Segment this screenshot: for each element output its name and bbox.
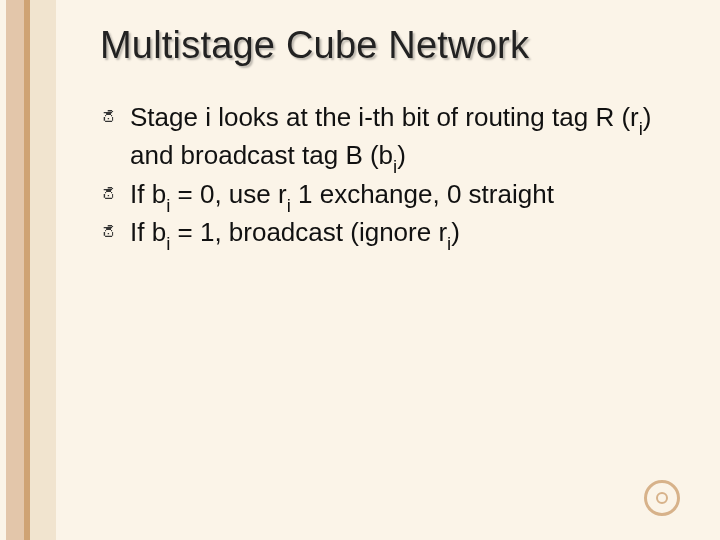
subscript-text: i — [166, 195, 170, 216]
left-decor-stripe — [30, 0, 56, 540]
corner-ring-icon — [644, 480, 680, 516]
corner-ring-inner — [656, 492, 668, 504]
bullet-icon: ಠ — [100, 103, 130, 133]
bullet-item: ಠIf bi = 0, use ri 1 exchange, 0 straigh… — [100, 177, 660, 215]
slide-title: Multistage Cube Network — [100, 24, 529, 67]
bullet-text-segment: = 0, use r — [170, 179, 286, 209]
slide-body: ಠStage i looks at the i-th bit of routin… — [100, 100, 660, 254]
bullet-text-segment: Stage i looks at the i-th bit of routing… — [130, 102, 639, 132]
subscript-text: i — [639, 118, 643, 139]
subscript-text: i — [166, 233, 170, 254]
bullet-text: Stage i looks at the i-th bit of routing… — [130, 102, 652, 170]
bullet-text-segment: 1 exchange, 0 straight — [291, 179, 554, 209]
bullet-text: If bi = 1, broadcast (ignore ri) — [130, 217, 460, 247]
bullet-icon: ಠ — [100, 218, 130, 248]
bullet-item: ಠIf bi = 1, broadcast (ignore ri) — [100, 215, 660, 253]
subscript-text: i — [447, 233, 451, 254]
bullet-text-segment: ) — [451, 217, 460, 247]
left-decor — [0, 0, 55, 540]
bullet-text-segment: If b — [130, 217, 166, 247]
subscript-text: i — [287, 195, 291, 216]
slide: Multistage Cube Network ಠStage i looks a… — [0, 0, 720, 540]
left-decor-stripe — [6, 0, 24, 540]
bullet-item: ಠStage i looks at the i-th bit of routin… — [100, 100, 660, 177]
bullet-text: If bi = 0, use ri 1 exchange, 0 straight — [130, 179, 554, 209]
bullet-icon: ಠ — [100, 180, 130, 210]
bullet-text-segment: If b — [130, 179, 166, 209]
bullet-text-segment: = 1, broadcast (ignore r — [170, 217, 447, 247]
subscript-text: i — [393, 156, 397, 177]
bullet-text-segment: ) — [397, 140, 406, 170]
